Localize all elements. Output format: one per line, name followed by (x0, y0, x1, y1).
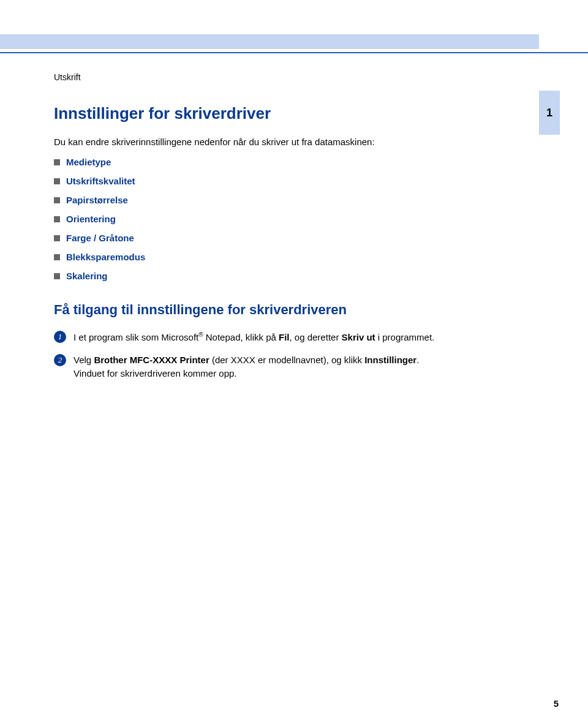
chapter-tab: 1 (539, 91, 560, 135)
square-bullet-icon (54, 197, 60, 203)
step-list: 1 I et program slik som Microsoft® Notep… (54, 330, 519, 381)
square-bullet-icon (54, 235, 60, 241)
page-number: 5 (554, 698, 559, 709)
step-text: Velg Brother MFC-XXXX Printer (der XXXX … (74, 353, 519, 381)
header-rule (0, 52, 588, 53)
square-bullet-icon (54, 178, 60, 184)
list-item: Skalering (54, 271, 519, 281)
step-text: I et program slik som Microsoft® Notepad… (74, 330, 519, 345)
list-item: Blekksparemodus (54, 252, 519, 262)
list-item-label: Skalering (66, 271, 108, 281)
header-bar (0, 34, 539, 49)
list-item: Utskriftskvalitet (54, 176, 519, 186)
list-item-label: Medietype (66, 157, 111, 167)
square-bullet-icon (54, 254, 60, 260)
step-item: 1 I et program slik som Microsoft® Notep… (54, 330, 519, 345)
list-item-label: Papirstørrelse (66, 195, 128, 205)
section-label: Utskrift (54, 72, 519, 82)
list-item: Papirstørrelse (54, 195, 519, 205)
list-item-label: Orientering (66, 214, 116, 224)
heading-1: Innstillinger for skriverdriver (54, 104, 519, 123)
step-number-badge: 2 (54, 354, 66, 366)
square-bullet-icon (54, 216, 60, 222)
intro-text: Du kan endre skriverinnstillingene neden… (54, 137, 519, 147)
step-item: 2 Velg Brother MFC-XXXX Printer (der XXX… (54, 353, 519, 381)
list-item: Orientering (54, 214, 519, 224)
square-bullet-icon (54, 159, 60, 165)
list-item-label: Utskriftskvalitet (66, 176, 135, 186)
list-item-label: Blekksparemodus (66, 252, 145, 262)
list-item: Medietype (54, 157, 519, 167)
heading-2: Få tilgang til innstillingene for skrive… (54, 302, 519, 318)
list-item: Farge / Gråtone (54, 233, 519, 243)
list-item-label: Farge / Gråtone (66, 233, 134, 243)
bullet-list: Medietype Utskriftskvalitet Papirstørrel… (54, 157, 519, 281)
page-content: Utskrift Innstillinger for skriverdriver… (54, 72, 519, 390)
step-number-badge: 1 (54, 331, 66, 343)
square-bullet-icon (54, 273, 60, 279)
